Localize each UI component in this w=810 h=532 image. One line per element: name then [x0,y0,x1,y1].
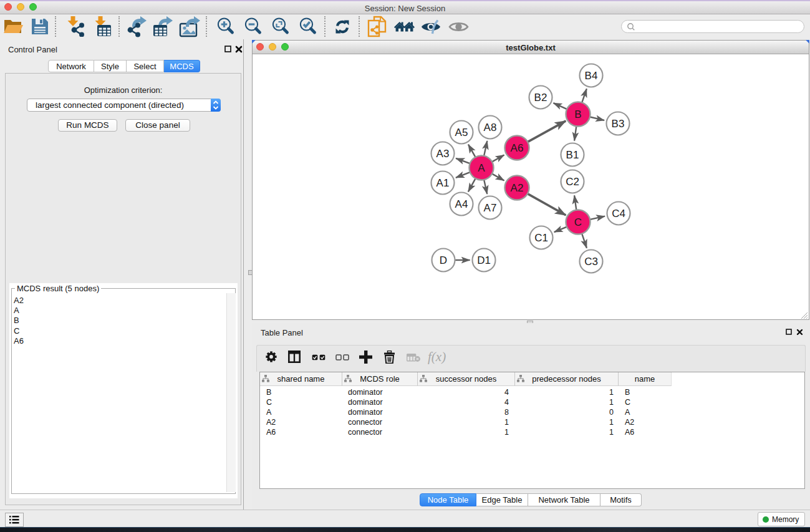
svg-text:A7: A7 [484,202,497,214]
svg-text:A1: A1 [436,177,450,189]
svg-text:B2: B2 [534,92,547,104]
svg-text:D: D [440,254,447,266]
svg-text:A4: A4 [455,198,468,210]
svg-text:C4: C4 [612,208,625,220]
svg-text:C3: C3 [584,256,598,268]
svg-text:A6: A6 [511,142,524,154]
svg-text:B3: B3 [612,118,625,130]
svg-text:A2: A2 [511,182,524,194]
svg-text:B1: B1 [566,149,579,161]
svg-text:A3: A3 [436,148,450,160]
svg-text:B4: B4 [585,70,598,82]
svg-text:D1: D1 [477,254,491,266]
svg-text:B: B [574,109,581,120]
svg-text:C1: C1 [534,232,548,244]
svg-text:A: A [478,162,485,174]
svg-text:C: C [574,216,582,228]
svg-text:C2: C2 [566,176,579,188]
svg-text:A5: A5 [455,127,468,138]
svg-text:A8: A8 [484,122,497,133]
